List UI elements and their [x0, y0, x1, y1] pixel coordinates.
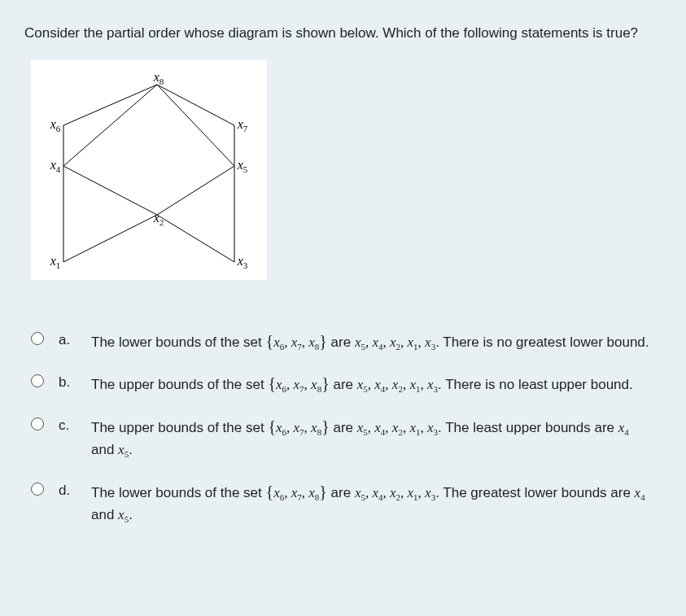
radio-icon [31, 374, 44, 387]
svg-line-10 [63, 85, 157, 125]
radio-icon [31, 483, 44, 496]
option-text: The lower bounds of the set {x6, x7, x8}… [91, 329, 662, 354]
option-b[interactable]: b. The upper bounds of the set {x6, x7, … [31, 371, 662, 396]
svg-line-4 [63, 166, 157, 215]
option-letter: c. [59, 414, 76, 436]
svg-line-9 [157, 85, 234, 166]
options-list: a. The lower bounds of the set {x6, x7, … [24, 329, 662, 526]
hasse-diagram: x8 x6 x7 x4 x5 x2 x1 x3 [31, 60, 267, 280]
node-x1: x1 [50, 251, 61, 273]
option-letter: b. [59, 371, 76, 393]
radio-icon [31, 332, 44, 345]
option-letter: d. [59, 479, 76, 501]
node-x6: x6 [50, 115, 61, 136]
svg-line-11 [157, 85, 234, 125]
node-x4: x4 [50, 155, 61, 177]
option-a[interactable]: a. The lower bounds of the set {x6, x7, … [31, 329, 662, 354]
node-x3: x3 [238, 251, 248, 273]
option-text: The upper bounds of the set {x6, x7, x8}… [91, 371, 662, 396]
node-x8: x8 [154, 68, 164, 89]
node-x2: x2 [154, 208, 164, 229]
option-text: The upper bounds of the set {x6, x7, x8}… [91, 414, 662, 461]
svg-line-7 [63, 85, 157, 166]
radio-icon [31, 417, 44, 430]
option-c[interactable]: c. The upper bounds of the set {x6, x7, … [31, 414, 662, 461]
option-letter: a. [59, 329, 76, 351]
svg-line-2 [157, 215, 234, 262]
diagram-svg [31, 60, 267, 280]
node-x5: x5 [238, 155, 248, 177]
svg-line-1 [63, 215, 157, 262]
node-x7: x7 [238, 115, 248, 136]
question-text: Consider the partial order whose diagram… [24, 23, 662, 44]
svg-line-5 [157, 166, 234, 215]
option-text: The lower bounds of the set {x6, x7, x8}… [91, 479, 662, 526]
option-d[interactable]: d. The lower bounds of the set {x6, x7, … [31, 479, 662, 526]
